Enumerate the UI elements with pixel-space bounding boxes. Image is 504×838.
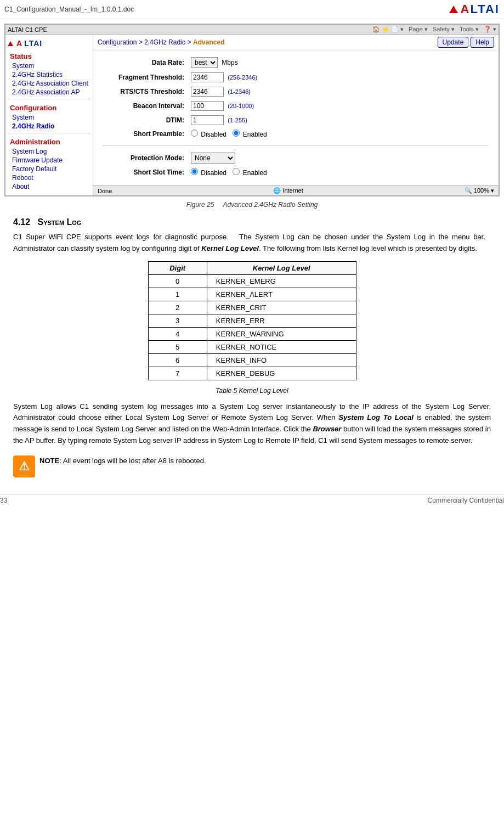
- kernel-table-row: 7KERNER_DEBUG: [148, 367, 356, 380]
- update-button[interactable]: Update: [438, 37, 469, 48]
- dtim-label: DTIM:: [100, 113, 188, 127]
- sidebar-logo: ALTAI: [8, 39, 90, 48]
- sidebar: ALTAI Status System 2.4GHz Statistics 2.…: [5, 35, 93, 195]
- preamble-enabled-radio[interactable]: [233, 130, 240, 137]
- short-preamble-label: Short Preamble:: [100, 127, 188, 140]
- kernel-digit-cell: 0: [148, 274, 207, 288]
- figure-caption: Figure 25 Advanced 2.4GHz Radio Setting: [0, 201, 504, 209]
- sidebar-logo-icon: [8, 41, 13, 46]
- sidebar-divider-2: [8, 133, 90, 133]
- document-body: 4.12 System Log C1 Super WiFi CPE suppor…: [0, 217, 504, 477]
- sidebar-item-config-system[interactable]: System: [8, 113, 90, 122]
- sidebar-item-radio[interactable]: 2.4GHz Radio: [8, 122, 90, 131]
- sidebar-item-factory[interactable]: Factory Default: [8, 165, 90, 173]
- page-header: Configuration > 2.4GHz Radio > Advanced …: [93, 35, 499, 50]
- fragment-input[interactable]: [191, 72, 224, 82]
- body-paragraph-1: C1 Super WiFi CPE supports event logs fo…: [13, 232, 491, 255]
- kernel-level-cell: KERNER_WARNING: [207, 327, 356, 340]
- protection-mode-label: Protection Mode:: [100, 150, 188, 166]
- section-number: 4.12: [13, 217, 37, 227]
- note-box: ⚠ NOTE: All event logs will be lost afte…: [13, 455, 491, 477]
- browser-bar: ALTAI C1 CPE 🏠 ⭐ 📄 ▾ Page ▾ Safety ▾ Too…: [5, 25, 499, 35]
- footer-confidential: Commercially Confidential: [428, 497, 504, 504]
- breadcrumb-current: Advanced: [193, 38, 224, 46]
- short-slot-label: Short Slot Time:: [100, 166, 188, 179]
- rts-cts-input-cell: (1-2346): [188, 85, 492, 99]
- data-rate-select[interactable]: best 125.511 691218 24364854: [191, 57, 218, 68]
- note-text: NOTE: All event logs will be lost after …: [39, 455, 206, 467]
- short-slot-disabled-radio[interactable]: [191, 168, 198, 175]
- kernel-table-row: 3KERNER_ERR: [148, 314, 356, 327]
- altai-logo: ALTAI: [449, 2, 500, 16]
- page-footer: 33 Commercially Confidential: [0, 494, 504, 504]
- short-preamble-input-cell: Disabled Enabled: [188, 127, 492, 140]
- beacon-hint: (20-1000): [228, 103, 254, 109]
- dtim-input[interactable]: [191, 115, 224, 125]
- figure-number: Figure 25: [186, 201, 214, 209]
- config-form: Data Rate: best 125.511 691218 24364854 …: [100, 55, 492, 179]
- data-rate-input-cell: best 125.511 691218 24364854 Mbps: [188, 55, 492, 70]
- table-caption: Table 5 Kernel Log Level: [13, 387, 491, 395]
- main-panel: Data Rate: best 125.511 691218 24364854 …: [93, 50, 499, 185]
- fragment-row: Fragment Threshold: (256-2346): [100, 70, 492, 85]
- kernel-log-table: Digit Kernel Log Level 0KERNER_EMERG1KER…: [148, 261, 356, 380]
- protection-mode-select[interactable]: None CTS-only RTS+CTS: [191, 153, 235, 164]
- sidebar-item-stats[interactable]: 2.4GHz Statistics: [8, 70, 90, 79]
- browser-status-text: Done: [98, 188, 112, 194]
- kernel-digit-cell: 3: [148, 314, 207, 327]
- sidebar-item-firmware[interactable]: Firmware Update: [8, 156, 90, 165]
- protection-mode-input-cell: None CTS-only RTS+CTS: [188, 150, 492, 166]
- protection-mode-row: Protection Mode: None CTS-only RTS+CTS: [100, 150, 492, 166]
- rts-cts-label: RTS/CTS Threshold:: [100, 85, 188, 99]
- beacon-input[interactable]: [191, 101, 224, 111]
- figure-caption-text: Advanced 2.4GHz Radio Setting: [223, 201, 318, 209]
- beacon-label: Beacon Interval:: [100, 99, 188, 113]
- kernel-table-row: 6KERNER_INFO: [148, 353, 356, 367]
- kernel-digit-cell: 5: [148, 340, 207, 353]
- section-title: System Log: [37, 217, 81, 227]
- sidebar-item-about[interactable]: About: [8, 182, 90, 191]
- rts-cts-row: RTS/CTS Threshold: (1-2346): [100, 85, 492, 99]
- sidebar-admin-title: Administration: [8, 138, 90, 146]
- kernel-table-row: 1KERNER_ALERT: [148, 288, 356, 301]
- short-slot-enabled-radio[interactable]: [233, 168, 240, 175]
- short-slot-enabled-label: Enabled: [243, 169, 267, 177]
- data-rate-row: Data Rate: best 125.511 691218 24364854 …: [100, 55, 492, 70]
- preamble-enabled-label: Enabled: [243, 131, 267, 138]
- sidebar-item-reboot[interactable]: Reboot: [8, 173, 90, 182]
- logo-triangle-icon: [449, 5, 458, 13]
- browser-zoom: 🔍 100% ▾: [465, 187, 494, 194]
- document-title: C1_Configuration_Manual_-_fm_1.0.0.1.doc: [4, 5, 134, 13]
- sidebar-item-syslog[interactable]: System Log: [8, 147, 90, 156]
- kernel-digit-cell: 1: [148, 288, 207, 301]
- kernel-table-row: 2KERNER_CRIT: [148, 301, 356, 314]
- help-button[interactable]: Help: [471, 37, 494, 48]
- kernel-table-header-row: Digit Kernel Log Level: [148, 261, 356, 274]
- kernel-table-row: 4KERNER_WARNING: [148, 327, 356, 340]
- document-header: C1_Configuration_Manual_-_fm_1.0.0.1.doc…: [0, 0, 504, 19]
- short-slot-row: Short Slot Time: Disabled Enabled: [100, 166, 492, 179]
- rts-cts-input[interactable]: [191, 87, 224, 97]
- kernel-digit-cell: 6: [148, 353, 207, 367]
- note-icon: ⚠: [13, 455, 35, 477]
- form-divider: [103, 145, 489, 146]
- browser-toolbar: 🏠 ⭐ 📄 ▾ Page ▾ Safety ▾ Tools ▾ ❓ ▾: [372, 26, 496, 33]
- body-paragraph-2: System Log allows C1 sending system log …: [13, 401, 491, 447]
- kernel-level-cell: KERNER_INFO: [207, 353, 356, 367]
- data-rate-unit: Mbps: [222, 59, 237, 66]
- sidebar-status-title: Status: [8, 52, 90, 60]
- sidebar-item-assoc-client[interactable]: 2.4GHz Association Client: [8, 79, 90, 88]
- dtim-input-cell: (1-255): [188, 113, 492, 127]
- header-buttons: Update Help: [438, 37, 494, 48]
- sidebar-item-assoc-ap[interactable]: 2.4GHz Association AP: [8, 88, 90, 97]
- short-preamble-row: Short Preamble: Disabled Enabled: [100, 127, 492, 140]
- browser-content: ALTAI Status System 2.4GHz Statistics 2.…: [5, 35, 499, 195]
- kernel-digit-cell: 7: [148, 367, 207, 380]
- sidebar-item-system[interactable]: System: [8, 61, 90, 70]
- kernel-level-cell: KERNER_ALERT: [207, 288, 356, 301]
- kernel-level-cell: KERNER_NOTICE: [207, 340, 356, 353]
- browser-internet-label: 🌐 Internet: [273, 187, 303, 194]
- browser-status-bar: Done 🌐 Internet 🔍 100% ▾: [93, 185, 499, 195]
- preamble-disabled-radio[interactable]: [191, 130, 198, 137]
- note-content: All event logs will be lost after A8 is …: [63, 457, 206, 465]
